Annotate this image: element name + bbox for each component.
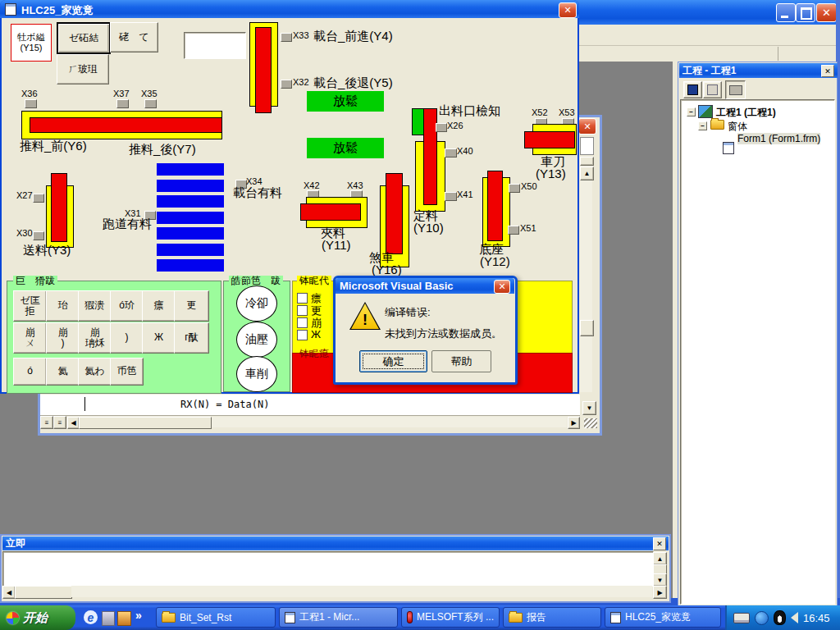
release-button-1[interactable]: 放鬆 [307,91,384,112]
tree-item-project[interactable]: 工程1 (工程1) [716,106,776,120]
start-label: 开始 [23,610,48,626]
tree-item-forms-folder[interactable]: 窗体 [728,120,747,134]
form-title: HLC25_家览竟 [21,3,93,18]
ok-button[interactable]: 确定 [359,350,427,372]
split-view-icon[interactable]: ≡ [40,416,53,429]
view-code-icon[interactable] [683,81,702,98]
manual-button[interactable]: ó玠 [110,290,144,322]
status-checkbox[interactable] [297,317,308,328]
manual-button[interactable]: ó [13,358,47,386]
qq-tray-icon[interactable] [774,610,786,625]
toggle-folders-icon[interactable] [725,80,746,99]
manual-button[interactable]: 崩 ) [46,322,80,354]
project-titlebar[interactable]: 工程 - 工程1 [679,63,838,78]
status-checkbox[interactable] [297,330,308,340]
quicklaunch-overflow-icon[interactable]: » [135,609,142,622]
coolant-button[interactable]: 冷卻 [236,285,277,322]
scroll-right-icon[interactable]: ▶ [653,586,667,599]
close-icon[interactable]: ✕ [653,537,666,550]
manual-button[interactable]: ゼ匡 拒 [13,290,47,322]
hscrollbar-thumb[interactable] [15,586,72,599]
label-brake-no: (Y16) [372,263,402,276]
manual-button[interactable]: г酞 [174,322,209,354]
sensor-light-x51 [508,226,519,235]
scroll-up-icon[interactable]: ▲ [653,552,667,565]
full-view-icon[interactable]: ≡ [53,416,66,429]
status-checkbox[interactable] [297,293,308,304]
manual-button[interactable]: 崩 ㄨ [13,322,47,354]
empty-textbox[interactable] [184,32,246,59]
manual-button[interactable]: 崩 珃秌 [78,322,112,354]
taskbar-item-melsoft[interactable]: MELSOFT系列 ... [401,607,500,628]
sensor-label: X42 [304,180,320,190]
scroll-down-icon[interactable]: ▼ [582,401,596,415]
resize-grip[interactable] [584,418,597,428]
close-icon[interactable]: ✕ [821,65,834,77]
manual-frame-title: 巨 猾跋 [13,276,57,286]
hscrollbar-thumb[interactable] [79,417,212,429]
scroll-right-icon[interactable]: ▶ [568,417,580,429]
manual-button[interactable]: 币笆 [110,358,144,386]
close-icon[interactable]: ✕ [559,2,577,18]
product-button[interactable]: ㄏ玻珇 [57,54,109,84]
turning-button[interactable]: 車削 [236,356,277,392]
label-stage-forward: 載台_前進(Y4) [313,30,393,43]
immediate-content[interactable] [2,551,654,587]
manual-button[interactable]: 猳溃 [78,290,112,322]
quicklaunch-icon-2[interactable] [102,611,115,626]
taskbar-item-vb[interactable]: 工程1 - Micr... [279,607,398,628]
sensor-light-x27 [33,194,44,203]
vscrollbar-thumb[interactable] [580,137,594,155]
stage-rod [255,27,272,113]
volume-tray-icon[interactable] [791,612,798,623]
scroll-down-icon[interactable]: ▼ [653,573,667,587]
confirm-button[interactable]: 硓 て [110,22,158,52]
tree-item-form1[interactable]: Form1 (Form1.frm) [737,133,820,144]
view-object-icon[interactable] [703,81,722,98]
desktop: ✕ ✕ ▲ RX(N) = Data(N) ▼ ≡ ≡ ◀ ▶ 立即 ✕ ▲ [0,0,840,630]
sensor-label: X26 [447,121,463,130]
manual-button[interactable]: 珆 [46,290,80,322]
label-knife-no: (Y13) [536,167,566,180]
tree-expand-icon[interactable]: − [687,107,696,116]
help-button[interactable]: 帮助 [431,350,491,372]
release-button-2[interactable]: 放鬆 [307,138,384,158]
sensor-label: X41 [457,189,473,199]
tree-expand-icon[interactable]: − [698,121,707,130]
manual-button[interactable]: Ж [142,322,176,354]
ime-tray-icon[interactable] [755,611,769,625]
maximize-icon[interactable] [796,3,815,22]
scroll-up-icon[interactable]: ▲ [580,167,594,180]
manual-button[interactable]: ) [110,322,144,354]
clock[interactable]: 16:45 [803,612,830,624]
keyboard-tray-icon[interactable] [733,613,750,623]
immediate-titlebar[interactable]: 立即 [2,536,669,550]
scroll-left-icon[interactable]: ◀ [67,417,80,429]
taskbar-item-bitsetrst[interactable]: Bit_Set_Rst [156,607,276,628]
status-frame-title: 钵眤代 [297,276,331,286]
manual-button[interactable]: 氦わ [78,358,112,386]
dialog-titlebar[interactable]: Microsoft Visual Basic [336,278,514,294]
vscrollbar-thumb2[interactable] [580,320,594,336]
close-icon[interactable]: ✕ [494,280,510,294]
status-checkbox[interactable] [297,305,308,316]
hscrollbar-track[interactable] [71,586,652,597]
manual-button[interactable]: 氦 [46,358,80,386]
scroll-left-icon[interactable]: ◀ [2,586,16,599]
quicklaunch-icon-3[interactable] [117,611,131,626]
hydraulic-button[interactable]: 油壓 [236,322,277,358]
manual-button[interactable]: 更 [174,290,209,322]
vscrollbar-track[interactable] [580,180,592,392]
close-icon[interactable]: ✕ [816,3,837,22]
taskbar-item-report[interactable]: 报告 [503,607,601,628]
manual-button[interactable]: 瘭 [142,290,176,322]
ie-quicklaunch-icon[interactable]: e [84,610,98,624]
splitter-handle[interactable] [580,157,594,166]
hscrollbar-track[interactable] [212,417,567,427]
code-editor[interactable]: RX(N) = Data(N) [40,395,580,416]
taskbar-item-hlc25[interactable]: HLC25_家览竟 [605,607,721,628]
minimize-icon[interactable] [776,3,796,22]
stop-button[interactable]: ゼ砳結 [57,22,111,54]
close-icon[interactable]: ✕ [578,118,596,135]
start-button[interactable]: 开始 [0,605,75,630]
